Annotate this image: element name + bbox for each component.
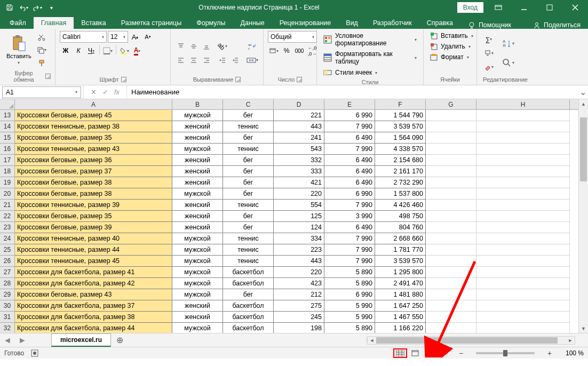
cell[interactable]: баскетбол — [223, 312, 274, 323]
scroll-down-button[interactable]: ▼ — [579, 324, 588, 333]
cell[interactable]: мужской — [172, 278, 223, 289]
column-header-B[interactable]: B — [172, 99, 223, 109]
cell[interactable] — [426, 188, 476, 200]
scroll-up-button[interactable]: ▲ — [579, 99, 588, 108]
cell[interactable]: мужской — [172, 289, 223, 300]
cell[interactable]: 1 166 220 — [375, 323, 426, 333]
sort-filter-button[interactable]: AЯ▾ — [499, 35, 517, 52]
cell[interactable]: 198 — [274, 323, 324, 333]
increase-indent-button[interactable] — [229, 54, 241, 66]
cell[interactable] — [476, 155, 570, 166]
cell[interactable]: бег — [223, 166, 274, 177]
sheet-tab[interactable]: microexcel.ru — [51, 333, 111, 347]
cell[interactable]: бег — [223, 155, 274, 166]
cell[interactable] — [426, 300, 476, 312]
decrease-font-button[interactable]: A▾ — [142, 31, 154, 43]
cell[interactable]: 7 990 — [324, 121, 375, 132]
close-button[interactable] — [565, 0, 586, 15]
cell[interactable] — [426, 289, 476, 300]
name-box[interactable]: A1▾ — [2, 86, 81, 98]
cell[interactable]: бег — [223, 177, 274, 188]
cell[interactable]: теннис — [223, 121, 274, 132]
format-painter-button[interactable] — [36, 57, 47, 69]
cell[interactable] — [476, 188, 570, 200]
tab-developer[interactable]: Разработчик — [365, 17, 419, 29]
font-size-combo[interactable]: 12▾ — [108, 31, 128, 43]
cell[interactable] — [476, 289, 570, 300]
tab-file[interactable]: Файл — [2, 17, 34, 29]
cell[interactable]: баскетбол — [223, 267, 274, 278]
cell[interactable]: мужской — [172, 267, 223, 278]
zoom-in-button[interactable]: + — [545, 349, 554, 357]
formula-input[interactable]: Наименование — [127, 88, 577, 96]
cell[interactable]: 1 781 770 — [375, 244, 426, 256]
row-header-32[interactable]: 32 — [0, 323, 15, 333]
hscroll-thumb[interactable] — [376, 337, 558, 344]
cell[interactable] — [476, 200, 570, 211]
signin-button[interactable]: Вход — [457, 2, 483, 13]
tab-view[interactable]: Вид — [338, 17, 365, 29]
cell[interactable]: мужской — [172, 244, 223, 256]
cell[interactable]: Кроссовки теннисные, размер 43 — [15, 144, 172, 155]
cell[interactable]: женский — [172, 312, 223, 323]
row-header-16[interactable]: 16 — [0, 144, 15, 155]
delete-cells-button[interactable]: Удалить▾ — [428, 42, 473, 51]
cell[interactable]: 5 890 — [324, 267, 375, 278]
cell[interactable]: 241 — [274, 132, 324, 144]
tab-home[interactable]: Главная — [34, 17, 74, 29]
align-middle-button[interactable] — [188, 41, 200, 52]
cell[interactable]: 220 — [274, 267, 324, 278]
wrap-text-button[interactable]: abc — [245, 41, 259, 52]
cell[interactable]: 804 760 — [375, 222, 426, 233]
copy-button[interactable]: ▾ — [36, 44, 47, 56]
underline-button[interactable]: Ч▾ — [85, 45, 97, 57]
cell[interactable]: 6 490 — [324, 155, 375, 166]
cell[interactable]: 275 — [274, 300, 324, 312]
cell[interactable]: бег — [223, 110, 274, 121]
cell[interactable] — [426, 267, 476, 278]
column-header-H[interactable]: H — [476, 99, 570, 109]
cell[interactable]: мужской — [172, 144, 223, 155]
cell[interactable]: 7 990 — [324, 144, 375, 155]
cell[interactable]: 1 295 800 — [375, 267, 426, 278]
cell[interactable]: 223 — [274, 244, 324, 256]
number-dialog[interactable] — [297, 77, 302, 82]
cell[interactable] — [426, 110, 476, 121]
cell[interactable] — [476, 278, 570, 289]
row-header-28[interactable]: 28 — [0, 278, 15, 289]
scroll-left-button[interactable]: ◄ — [368, 337, 376, 344]
cell[interactable] — [476, 312, 570, 323]
horizontal-scrollbar[interactable]: ◄ ► — [367, 336, 575, 345]
cell[interactable]: 6 990 — [324, 289, 375, 300]
cell[interactable]: Кроссовки для баскетбола, размер 38 — [15, 312, 172, 323]
cell[interactable] — [426, 278, 476, 289]
cell[interactable] — [426, 222, 476, 233]
cell[interactable]: 543 — [274, 144, 324, 155]
cell[interactable]: 220 — [274, 188, 324, 200]
cell[interactable]: 212 — [274, 289, 324, 300]
clear-button[interactable]: ▾ — [481, 61, 496, 73]
orientation-button[interactable]: ab▾ — [217, 41, 228, 52]
column-header-A[interactable]: A — [15, 99, 172, 109]
page-layout-view-button[interactable] — [408, 348, 422, 358]
cell[interactable]: 2 732 290 — [375, 177, 426, 188]
cell[interactable]: Кроссовки теннисные, размер 44 — [15, 244, 172, 256]
cell[interactable]: 6 490 — [324, 166, 375, 177]
cell[interactable]: 332 — [274, 155, 324, 166]
cell[interactable] — [426, 200, 476, 211]
cell[interactable] — [426, 121, 476, 132]
row-header-14[interactable]: 14 — [0, 121, 15, 132]
row-header-30[interactable]: 30 — [0, 300, 15, 312]
find-button[interactable]: ▾ — [499, 54, 517, 71]
row-header-27[interactable]: 27 — [0, 267, 15, 278]
tab-help[interactable]: Справка — [419, 17, 460, 29]
column-header-C[interactable]: C — [223, 99, 274, 109]
tab-page-layout[interactable]: Разметка страницы — [114, 17, 189, 29]
cell[interactable]: 245 — [274, 312, 324, 323]
cell[interactable] — [476, 323, 570, 333]
column-header-D[interactable]: D — [274, 99, 324, 109]
column-header-E[interactable]: E — [324, 99, 375, 109]
clipboard-dialog[interactable] — [45, 74, 51, 79]
row-header-23[interactable]: 23 — [0, 222, 15, 233]
font-color-button[interactable]: A▾ — [131, 45, 143, 57]
